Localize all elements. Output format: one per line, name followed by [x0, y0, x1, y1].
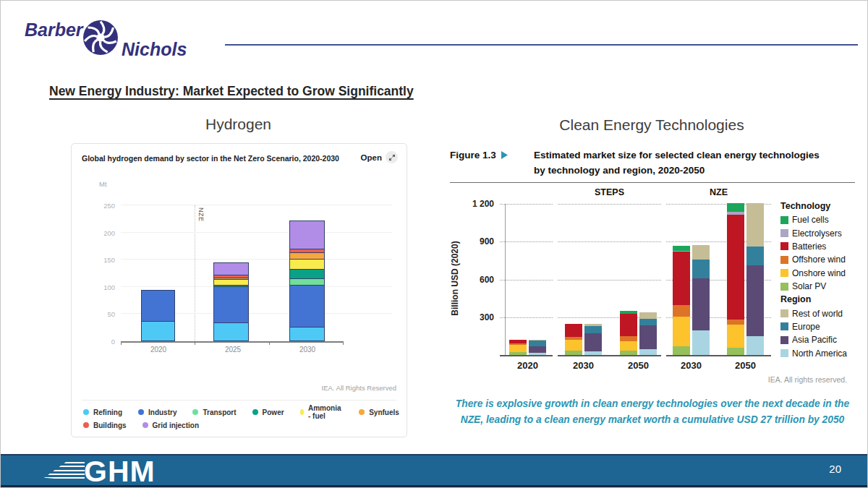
legend-item: Solar PV	[780, 280, 866, 293]
bar-segment	[620, 336, 637, 341]
clean-energy-heading: Clean Energy Technologies	[449, 116, 854, 134]
x-tick-mark	[121, 341, 122, 345]
hydrogen-heading: Hydrogen	[71, 116, 406, 133]
legend-label: Offshore wind	[792, 254, 846, 265]
bar-segment	[290, 252, 324, 259]
bar-segment	[639, 312, 657, 319]
bar-segment	[565, 340, 582, 351]
bar-segment	[673, 305, 690, 317]
bar-stack	[529, 340, 546, 355]
bar-segment	[692, 260, 710, 278]
logo-text-nichols: Nichols	[122, 39, 187, 60]
y-tick-label: 50	[88, 310, 115, 318]
legend-item: Power	[252, 408, 284, 416]
bar-segment	[746, 203, 764, 247]
legend-dot	[83, 422, 89, 428]
footer-banner: GHM 20	[1, 454, 868, 488]
bar-segment	[584, 333, 602, 351]
x-tick-mark	[269, 341, 270, 345]
bar-segment	[565, 324, 582, 337]
legend-item: Synfuels	[359, 408, 399, 416]
bar-segment	[673, 346, 690, 355]
x-axis-line	[121, 341, 344, 343]
legend-dot	[359, 409, 365, 415]
legend-item: Refining	[83, 408, 122, 416]
bar-segment	[727, 215, 744, 320]
figure-caption: Estimated market size for selected clean…	[534, 148, 859, 179]
legend-label: Asia Pacific	[792, 335, 837, 345]
legend-label: Refining	[93, 408, 122, 416]
legend-swatch	[780, 322, 788, 330]
nze-divider-line	[195, 205, 195, 341]
bar-stack	[565, 324, 582, 355]
bar-segment	[214, 286, 248, 322]
bar-segment	[290, 259, 324, 269]
x-tick-label: 2030	[562, 360, 605, 371]
aperture-icon	[82, 20, 119, 59]
bar-segment	[727, 325, 744, 347]
x-tick-label: 2020	[506, 360, 550, 371]
x-tick-mark	[343, 341, 344, 345]
bar-segment	[746, 247, 764, 265]
legend-row: RefiningIndustryTransportPowerAmmonia - …	[83, 406, 394, 419]
gridline	[558, 204, 661, 205]
bar-stack	[746, 203, 764, 355]
group-header-steps: STEPS	[558, 187, 661, 197]
bar-segment	[673, 252, 690, 305]
legend-label: Rest of world	[792, 309, 843, 319]
legend-item: Buildings	[83, 421, 127, 429]
speed-lines-icon	[44, 462, 85, 481]
slide-title: New Energy Industry: Market Expected to …	[49, 84, 414, 99]
bar-segment	[746, 265, 764, 336]
bar-segment	[290, 285, 324, 327]
bar-segment	[509, 345, 527, 352]
open-button[interactable]: Open	[361, 151, 398, 163]
y-tick-label: 0	[88, 338, 115, 346]
figure-arrow-icon	[501, 151, 508, 159]
legend-swatch	[780, 229, 788, 237]
bar-segment	[692, 278, 710, 330]
legend-row: BuildingsGrid injection	[83, 419, 394, 432]
legend-label: Industry	[148, 408, 176, 416]
y-tick-label: 1 200	[472, 199, 494, 209]
bar-segment	[214, 263, 248, 275]
figure-label-text: Figure 1.3	[450, 150, 496, 160]
gridline	[121, 232, 392, 233]
legend-swatch	[780, 256, 788, 264]
y-axis-line	[505, 204, 506, 355]
slide: Barber Nichols New Energy Industry: Mark…	[0, 0, 868, 488]
bar-stack	[584, 324, 602, 355]
bar-segment	[290, 269, 324, 279]
y-tick-label: 300	[480, 312, 494, 322]
legend-label: Transport	[203, 408, 236, 416]
legend-label: Ammonia - fuel	[308, 404, 343, 420]
legend-item: Ammonia - fuel	[300, 404, 344, 420]
bar-segment	[727, 320, 744, 325]
bar-stack	[289, 221, 325, 341]
x-tick-label: 2050	[724, 360, 767, 371]
legend-swatch	[780, 216, 788, 224]
legend-dot	[138, 409, 144, 415]
clean-energy-legend: TechnologyFuel cellsElectrolysersBatteri…	[780, 200, 866, 360]
bar-segment	[529, 341, 546, 346]
ghm-logo: GHM	[44, 458, 156, 484]
y-tick-label: 200	[88, 229, 115, 237]
x-tick-label: 2025	[211, 346, 255, 354]
legend-swatch	[780, 269, 788, 277]
legend-item: Electrolysers	[780, 226, 866, 239]
legend-label: Synfuels	[369, 408, 399, 416]
legend-label: North America	[792, 348, 847, 359]
open-button-label: Open	[361, 153, 382, 162]
gridline	[121, 259, 392, 260]
bar-segment	[214, 279, 248, 285]
bar-segment	[620, 341, 637, 351]
gridline	[558, 280, 661, 281]
expand-icon	[386, 151, 398, 163]
hydrogen-chart-card: Global hydrogen demand by sector in the …	[71, 143, 407, 437]
legend-item: Offshore wind	[780, 253, 866, 266]
bar-stack	[639, 312, 657, 355]
y-tick-labels: 1 200900600300	[451, 204, 494, 355]
plot-section	[500, 204, 553, 356]
bar-segment	[565, 351, 582, 355]
y-axis-unit-label: Mt	[99, 180, 107, 188]
